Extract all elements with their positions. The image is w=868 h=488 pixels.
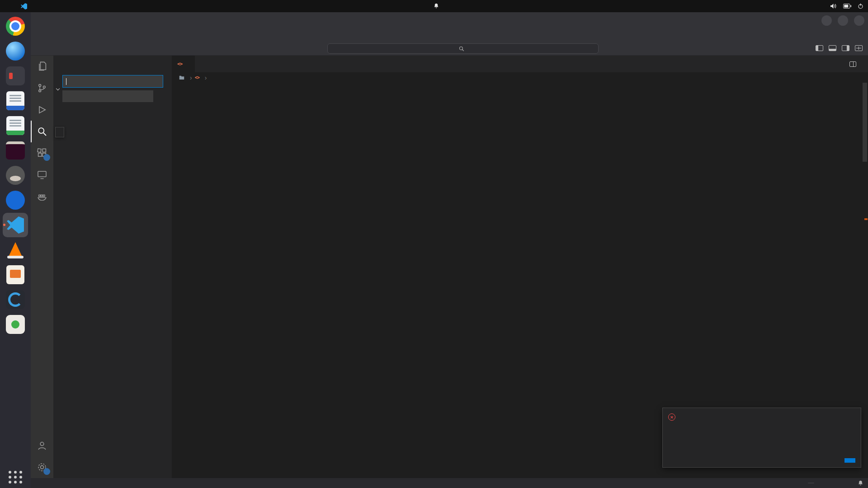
dock-vscode-button[interactable] [3,213,28,237]
libreoffice-writer-icon [6,91,24,110]
volume-icon [830,3,837,9]
terminal-icon [6,141,25,160]
minimize-button[interactable] [821,15,832,26]
vscode-logo-icon [21,3,27,9]
libreoffice-calc-icon [6,116,24,135]
overview-match-mark [864,218,868,220]
dock-software-button[interactable] [3,312,28,337]
software-store-icon [6,315,25,334]
tab-wisn-html[interactable]: <> [172,56,195,72]
menubar [31,29,868,42]
docker-icon[interactable] [31,186,53,207]
error-icon: ✕ [668,413,675,421]
notification-message [679,413,843,421]
toggle-primary-sidebar-icon[interactable] [816,45,823,51]
match-case-icon[interactable] [149,81,151,82]
search-panel [53,56,172,478]
dock-vlc-button[interactable] [3,238,28,262]
dock-help-button[interactable] [3,188,28,212]
battery-icon [843,4,851,9]
split-editor-icon[interactable] [849,61,856,67]
install-and-reload-button[interactable] [844,458,855,463]
toggle-panel-icon[interactable] [829,45,836,51]
vscode-icon [7,216,24,234]
editor-scrollbar[interactable] [863,83,867,162]
html-file-icon: <> [195,75,199,80]
focused-app-menu[interactable] [16,3,35,9]
manage-gear-icon[interactable] [31,456,53,478]
close-button[interactable] [854,15,864,26]
system-indicators[interactable] [830,3,863,9]
run-debug-icon[interactable] [31,99,53,121]
help-icon [6,191,25,210]
dock-gimp-button[interactable] [3,163,28,188]
clock[interactable] [429,3,439,9]
dock [0,12,31,488]
notification-toast: ✕ [662,408,861,468]
extensions-badge [43,154,50,161]
toggle-secondary-sidebar-icon[interactable] [842,45,849,51]
tab-bar: <> [172,56,868,72]
dock-app-button-3[interactable] [3,64,28,88]
notification-bell-icon [434,3,439,9]
power-icon [858,3,863,9]
source-control-icon[interactable] [31,77,53,99]
search-icon [459,46,464,52]
screen-reader-status[interactable] [808,483,814,483]
command-center-row [31,42,868,56]
vlc-icon [8,242,23,258]
desktop: <> › <> › [0,0,868,488]
show-applications-button[interactable] [9,471,23,483]
dock-terminal-button[interactable] [3,138,28,163]
status-bar [31,478,868,488]
replace-input[interactable] [62,90,153,102]
command-center[interactable] [327,43,599,54]
system-topbar [0,0,868,12]
whole-word-icon[interactable] [154,81,156,82]
dock-chrome-button[interactable] [3,14,28,38]
extensions-icon[interactable] [31,142,53,164]
chrome-icon [6,17,25,36]
dark-app-icon [6,66,25,85]
ring-app-icon [6,290,25,309]
breadcrumb-separator: › [190,74,192,81]
html-file-icon: <> [177,61,182,67]
manage-badge [43,468,50,475]
dock-app-button-12[interactable] [3,287,28,312]
text-caret [66,78,66,85]
dock-writer-button[interactable] [3,89,28,113]
maximize-button[interactable] [838,15,848,26]
thunderbird-icon [6,42,25,61]
account-icon[interactable] [31,435,53,456]
search-input[interactable] [62,75,163,88]
impress-icon [6,265,24,284]
explorer-icon[interactable] [31,56,53,77]
regex-icon[interactable] [158,81,160,82]
folder-icon [179,75,184,80]
remote-explorer-icon[interactable] [31,164,53,186]
gimp-icon [6,166,25,185]
activity-bar [31,56,53,478]
titlebar[interactable] [31,12,868,29]
dock-calc-button[interactable] [3,113,28,138]
toggle-replace-chevron-icon[interactable] [56,87,60,90]
search-activity-icon[interactable] [31,121,53,142]
customize-layout-icon[interactable] [855,45,863,51]
dock-impress-button[interactable] [3,263,28,287]
preserve-case-icon[interactable] [148,96,150,97]
breadcrumb: › <> › [172,72,868,83]
dock-thunderbird-button[interactable] [3,39,28,63]
breadcrumb-separator: › [205,74,207,81]
notifications-bell-icon[interactable] [858,480,863,486]
search-tooltip [55,127,64,137]
running-indicator [3,224,5,226]
